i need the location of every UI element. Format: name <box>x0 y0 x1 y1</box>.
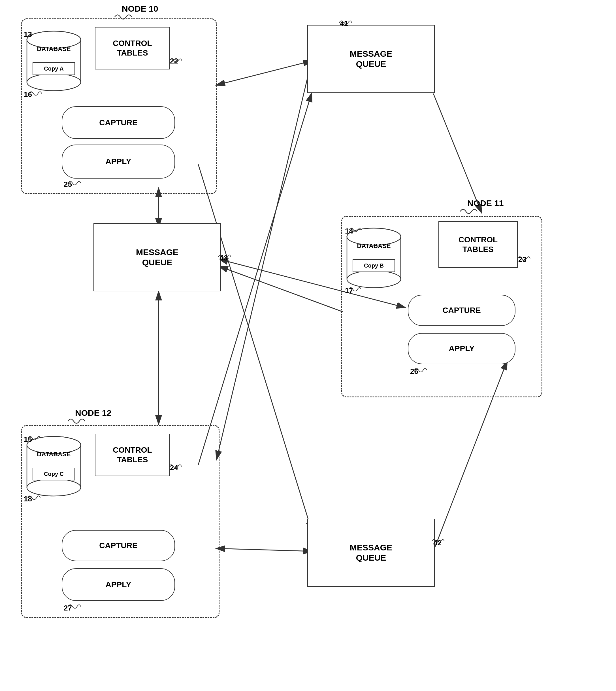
ct24-label: CONTROL TABLES <box>113 445 152 464</box>
db15-cylinder <box>25 435 82 497</box>
svg-line-7 <box>217 548 311 551</box>
ref23-wavy <box>517 253 531 260</box>
app26-label: APPLY <box>449 344 475 353</box>
ref24-wavy <box>168 461 182 468</box>
ct24-box: CONTROL TABLES <box>95 434 170 476</box>
ref14-wavy <box>348 225 362 232</box>
db15-label: DATABASE <box>27 451 81 458</box>
ref27-wavy <box>67 602 82 609</box>
cap22-shape: CAPTURE <box>62 106 175 139</box>
ref17-wavy <box>348 284 362 291</box>
ct23-box: CONTROL TABLES <box>438 221 518 268</box>
app25-label: APPLY <box>106 157 131 166</box>
svg-line-12 <box>217 61 311 459</box>
db13-label: DATABASE <box>27 45 81 53</box>
cap22-label: CAPTURE <box>99 118 137 127</box>
cap24-shape: CAPTURE <box>62 530 175 561</box>
diagram: NODE 10 DATABASE Copy A 13 16 CONTROL TA… <box>0 0 616 691</box>
ref18-wavy <box>27 493 41 500</box>
mq41-box: MESSAGE QUEUE <box>307 25 435 93</box>
node12-wavy <box>67 416 89 424</box>
db13-copy: Copy A <box>32 62 75 75</box>
ref15-wavy <box>27 433 41 440</box>
ref42-wavy <box>431 536 445 543</box>
ref41-wavy <box>338 18 353 25</box>
ref25-wavy <box>67 178 82 185</box>
mq42-box: MESSAGE QUEUE <box>307 519 435 587</box>
ref26-wavy <box>414 365 428 372</box>
app25-shape: APPLY <box>62 145 175 179</box>
db15-copy: Copy C <box>32 468 75 480</box>
svg-line-10 <box>220 267 343 312</box>
app27-shape: APPLY <box>62 568 175 601</box>
ref-13: 13 <box>24 30 32 39</box>
ref16-wavy <box>28 88 43 96</box>
node11-wavy <box>459 206 482 214</box>
mq43-box: MESSAGE QUEUE <box>93 223 221 291</box>
svg-point-15 <box>27 74 81 91</box>
db14-cylinder <box>346 227 402 289</box>
cap23-shape: CAPTURE <box>408 295 515 326</box>
mq42-label: MESSAGE QUEUE <box>350 543 392 563</box>
ct22-label: CONTROL TABLES <box>113 39 152 58</box>
ref43-wavy <box>218 252 232 259</box>
mq41-label: MESSAGE QUEUE <box>350 49 392 69</box>
cap23-label: CAPTURE <box>442 306 481 315</box>
svg-line-2 <box>217 61 311 85</box>
mq43-label: MESSAGE QUEUE <box>136 247 178 268</box>
db13-cylinder <box>25 30 82 92</box>
ct23-label: CONTROL TABLES <box>459 235 498 254</box>
ref22-wavy <box>169 56 183 63</box>
svg-line-6 <box>433 93 482 213</box>
app27-label: APPLY <box>106 580 131 589</box>
cap24-label: CAPTURE <box>99 541 137 550</box>
ct22-box: CONTROL TABLES <box>95 27 170 69</box>
db14-copy: Copy B <box>353 259 395 272</box>
app26-shape: APPLY <box>408 333 515 364</box>
db14-label: DATABASE <box>347 242 401 250</box>
